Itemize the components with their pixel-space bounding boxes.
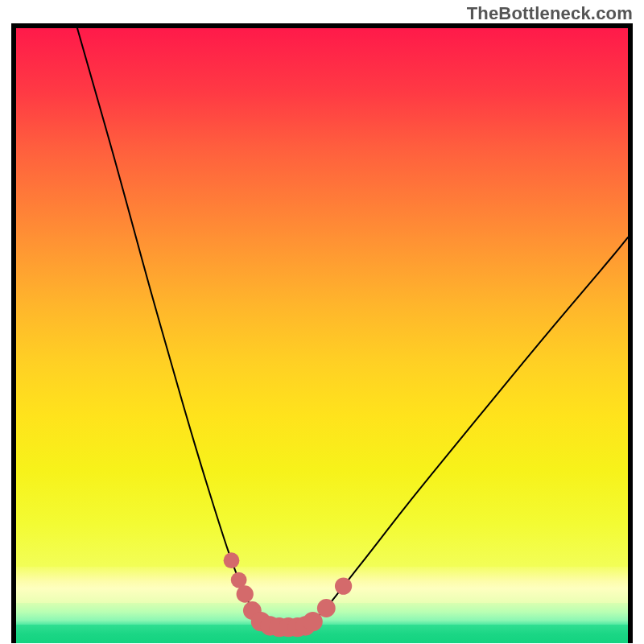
pink-dot bbox=[237, 585, 254, 602]
pink-dot bbox=[224, 552, 240, 568]
pink-markers bbox=[224, 552, 353, 637]
watermark-text: TheBottleneck.com bbox=[467, 3, 633, 24]
pink-dot bbox=[335, 577, 352, 594]
chart-frame bbox=[11, 23, 633, 643]
pink-dot bbox=[317, 599, 336, 617]
chart-svg bbox=[16, 28, 628, 640]
v-curve bbox=[77, 28, 628, 627]
curve-lines bbox=[77, 28, 628, 627]
plot-area bbox=[16, 28, 628, 643]
pink-dot bbox=[303, 612, 322, 631]
